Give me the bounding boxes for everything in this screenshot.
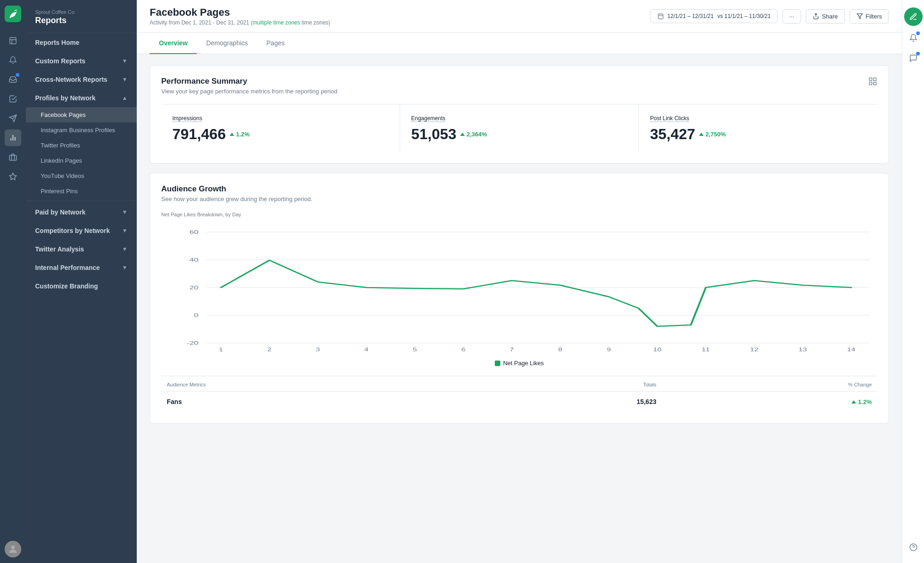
time-zones-link[interactable]: multiple time zones	[253, 19, 300, 26]
sidebar-item-twitter-analysis-label: Twitter Analysis	[35, 245, 84, 253]
sidebar-item-cross-network-label: Cross-Network Reports	[35, 76, 107, 83]
right-rail-compose-icon[interactable]	[904, 7, 923, 26]
page-subtitle: Activity from Dec 1, 2021 - Dec 31, 2021…	[150, 19, 330, 26]
sidebar-item-competitors[interactable]: Competitors by Network ▼	[26, 221, 137, 240]
svg-text:12: 12	[750, 347, 759, 352]
audience-growth-header: Audience Growth See how your audience gr…	[161, 184, 877, 202]
sidebar-item-profiles-by-network[interactable]: Profiles by Network ▲	[26, 89, 137, 107]
sidebar-item-customize-branding-label: Customize Branding	[35, 282, 98, 290]
rail-automation-icon[interactable]	[5, 149, 21, 165]
svg-text:2: 2	[267, 347, 272, 352]
sidebar-sub-item-youtube[interactable]: YouTube Videos	[26, 168, 137, 184]
sidebar-item-custom-reports-label: Custom Reports	[35, 57, 85, 65]
audience-growth-chart: 60 40 20 0 -20 1 Dec 2 3 4 5 6 7 8 9	[161, 223, 877, 352]
svg-text:5: 5	[413, 347, 417, 352]
metrics-row: Impressions 791,466 1.2% Engagements 51,…	[161, 104, 877, 152]
tab-demographics[interactable]: Demographics	[197, 33, 257, 54]
main-content: Facebook Pages Activity from Dec 1, 2021…	[137, 0, 902, 563]
rail-inbox-icon[interactable]	[5, 71, 21, 88]
chevron-custom-reports-icon: ▼	[122, 58, 128, 64]
more-options-button[interactable]: ···	[782, 9, 801, 24]
filters-button[interactable]: Filters	[850, 9, 889, 24]
impressions-label: Impressions	[172, 115, 202, 122]
rail-notifications-icon[interactable]	[5, 52, 21, 68]
svg-text:4: 4	[365, 347, 369, 352]
fans-up-arrow-icon	[851, 400, 856, 404]
chevron-cross-network-icon: ▼	[122, 76, 128, 83]
chevron-profiles-icon: ▲	[122, 95, 128, 101]
right-rail-help-icon[interactable]	[905, 539, 922, 556]
metric-post-link-clicks: Post Link Clicks 35,427 2,750%	[639, 104, 877, 152]
sidebar-item-reports-home[interactable]: Reports Home	[26, 33, 137, 52]
sidebar-item-custom-reports[interactable]: Custom Reports ▼	[26, 52, 137, 70]
logo-icon[interactable]	[5, 6, 21, 22]
post-link-clicks-label: Post Link Clicks	[650, 115, 689, 122]
date-vs-label: vs 11/1/21 – 11/30/21	[717, 13, 771, 19]
right-rail-bell-icon[interactable]	[905, 30, 922, 46]
audience-growth-title: Audience Growth	[161, 184, 312, 194]
sidebar-sub-item-instagram-label: Instagram Business Profiles	[41, 127, 115, 134]
user-avatar[interactable]	[5, 541, 21, 557]
sidebar-item-competitors-label: Competitors by Network	[35, 227, 110, 234]
engagements-label: Engagements	[411, 115, 445, 122]
svg-text:7: 7	[510, 347, 514, 352]
audience-metrics-table-container: Audience Metrics Totals % Change Fans 15…	[161, 376, 877, 412]
svg-text:20: 20	[189, 285, 199, 290]
share-label: Share	[822, 13, 838, 20]
post-link-clicks-change: 2,750%	[699, 131, 726, 138]
sidebar-item-internal-performance[interactable]: Internal Performance ▼	[26, 258, 137, 277]
sidebar-item-twitter-analysis[interactable]: Twitter Analysis ▼	[26, 240, 137, 258]
sidebar-item-cross-network[interactable]: Cross-Network Reports ▼	[26, 70, 137, 89]
sidebar-sub-item-facebook-pages[interactable]: Facebook Pages	[26, 107, 137, 122]
rail-reviews-icon[interactable]	[5, 168, 21, 185]
legend-net-page-likes: Net Page Likes	[495, 360, 544, 367]
performance-summary-subtitle: View your key page performance metrics f…	[161, 88, 337, 95]
svg-text:11: 11	[702, 347, 710, 352]
impressions-value: 791,466 1.2%	[172, 126, 389, 143]
rail-tasks-icon[interactable]	[5, 91, 21, 107]
sidebar-sub-item-instagram[interactable]: Instagram Business Profiles	[26, 122, 137, 138]
right-rail-badge	[916, 31, 920, 35]
calendar-icon	[657, 13, 664, 19]
sidebar-sub-item-linkedin[interactable]: LinkedIn Pages	[26, 153, 137, 168]
engagements-value: 51,053 2,364%	[411, 126, 627, 143]
sidebar-item-paid[interactable]: Paid by Network ▼	[26, 203, 137, 221]
sidebar-sub-item-twitter-profiles[interactable]: Twitter Profiles	[26, 138, 137, 153]
svg-point-8	[11, 545, 15, 549]
tab-overview[interactable]: Overview	[150, 33, 197, 54]
sidebar-item-customize-branding[interactable]: Customize Branding	[26, 277, 137, 295]
sidebar-sub-item-pinterest[interactable]: Pinterest Pins	[26, 184, 137, 199]
more-options-icon: ···	[789, 13, 794, 20]
col-audience-metrics: Audience Metrics	[161, 378, 471, 392]
rail-analytics-icon[interactable]	[5, 129, 21, 146]
tab-pages[interactable]: Pages	[257, 33, 294, 54]
date-range-label: 12/1/21 – 12/31/21	[668, 13, 714, 19]
chart-legend: Net Page Likes	[161, 360, 877, 367]
post-link-clicks-up-arrow-icon	[699, 133, 704, 136]
audience-growth-card: Audience Growth See how your audience gr…	[150, 173, 889, 423]
svg-rect-17	[874, 82, 876, 85]
svg-text:10: 10	[653, 347, 662, 352]
svg-marker-7	[10, 173, 17, 180]
svg-text:60: 60	[189, 229, 199, 235]
right-rail-chat-icon[interactable]	[905, 50, 922, 67]
topbar-right: 12/1/21 – 12/31/21 vs 11/1/21 – 11/30/21…	[650, 9, 889, 24]
legend-dot-icon	[495, 361, 500, 366]
right-rail	[902, 0, 924, 563]
sidebar-divider-1	[26, 201, 137, 201]
table-row: Fans 15,623 1.2%	[161, 392, 877, 412]
sidebar-company: Sprout Coffee Co.	[35, 9, 128, 15]
performance-summary-grid-icon[interactable]	[868, 77, 877, 88]
tab-pages-label: Pages	[267, 39, 285, 47]
performance-summary-header: Performance Summary View your key page p…	[161, 77, 877, 95]
svg-text:3: 3	[316, 347, 320, 352]
activity-label: Activity from Dec 1, 2021 - Dec 31, 2021	[150, 19, 249, 26]
share-button[interactable]: Share	[806, 9, 845, 24]
sidebar-item-profiles-by-network-label: Profiles by Network	[35, 94, 96, 102]
sidebar-item-internal-performance-label: Internal Performance	[35, 264, 100, 271]
audience-growth-subtitle: See how your audience grew during the re…	[161, 196, 312, 202]
rail-publish-icon[interactable]	[5, 110, 21, 127]
svg-rect-15	[869, 78, 872, 81]
date-picker-button[interactable]: 12/1/21 – 12/31/21 vs 11/1/21 – 11/30/21	[650, 9, 778, 23]
rail-compose-icon[interactable]	[5, 32, 21, 49]
